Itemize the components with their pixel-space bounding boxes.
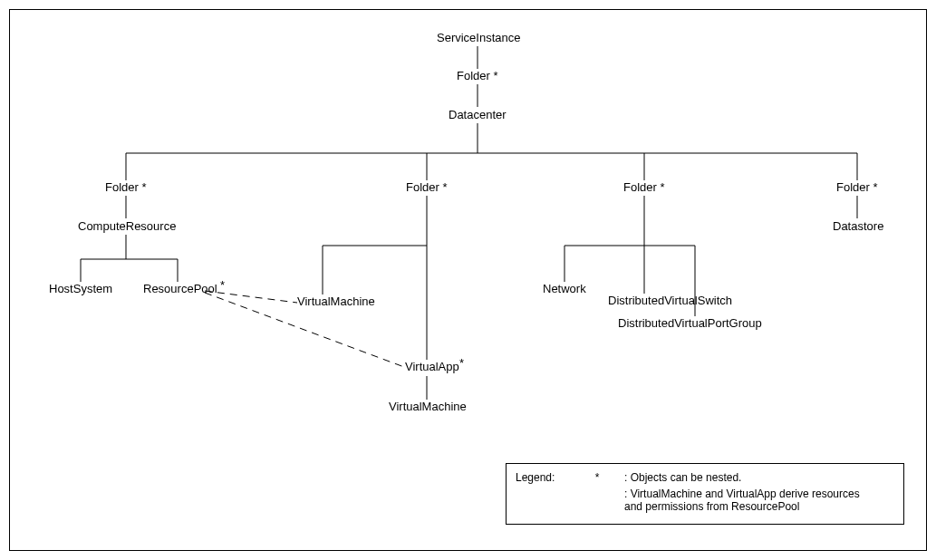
legend-asterisk-text: : Objects can be nested. bbox=[624, 471, 894, 484]
legend-title: Legend: bbox=[516, 471, 570, 484]
legend-asterisk-symbol: * bbox=[570, 471, 624, 484]
node-compute-resource: ComputeResource bbox=[78, 219, 176, 233]
node-resource-pool-asterisk: * bbox=[220, 278, 225, 292]
node-datastore: Datastore bbox=[833, 219, 883, 233]
node-service-instance: ServiceInstance bbox=[437, 31, 521, 44]
node-folder-storage: Folder * bbox=[836, 180, 878, 194]
node-distributed-virtual-switch: DistributedVirtualSwitch bbox=[608, 294, 732, 307]
node-folder-vm: Folder * bbox=[406, 180, 448, 194]
node-virtual-machine-1: VirtualMachine bbox=[297, 294, 375, 308]
svg-line-24 bbox=[205, 291, 297, 303]
node-network: Network bbox=[543, 282, 586, 295]
hierarchy-diagram: ServiceInstance Folder * Datacenter Fold… bbox=[9, 9, 927, 551]
node-folder-network: Folder * bbox=[623, 180, 665, 194]
legend-box: Legend: * : Objects can be nested. : Vir… bbox=[506, 463, 904, 525]
node-virtual-machine-2: VirtualMachine bbox=[389, 400, 467, 413]
node-virtual-app-asterisk: * bbox=[459, 356, 464, 370]
node-resource-pool: ResourcePool bbox=[143, 282, 217, 295]
node-virtual-app: VirtualApp bbox=[405, 360, 459, 373]
node-datacenter: Datacenter bbox=[449, 108, 507, 121]
node-folder-compute: Folder * bbox=[105, 180, 147, 194]
node-folder-root: Folder * bbox=[457, 69, 498, 82]
legend-dashed-text-1: : VirtualMachine and VirtualApp derive r… bbox=[624, 488, 894, 500]
node-distributed-virtual-port-group: DistributedVirtualPortGroup bbox=[618, 316, 762, 330]
legend-dashed-text-2: and permissions from ResourcePool bbox=[624, 500, 894, 513]
node-host-system: HostSystem bbox=[49, 282, 112, 295]
